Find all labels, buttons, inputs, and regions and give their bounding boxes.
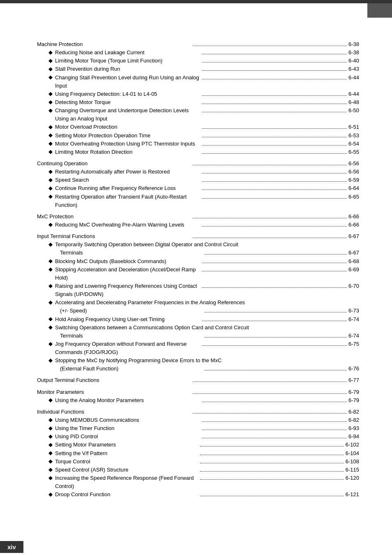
toc-item: Stall Prevention during Run 6-43 <box>37 65 359 73</box>
dots <box>202 62 347 62</box>
toc-item: Using Frequency Detection: L4-01 to L4-0… <box>37 90 359 98</box>
toc-item: Continue Running after Frequency Referen… <box>37 184 359 192</box>
dots <box>202 70 347 71</box>
page-ref: 6-67 <box>348 249 359 257</box>
page-ref: 6-104 <box>346 449 359 458</box>
dots <box>202 112 347 112</box>
dots <box>204 254 347 254</box>
toc-item-multiline-switch: Switching Operations between a Communica… <box>37 324 359 332</box>
toc-item-continuation-switch: Terminals 6-74 <box>37 332 359 340</box>
dots <box>202 153 347 154</box>
toc-item: Reducing MxC Overheating Pre-Alarm Warni… <box>37 221 359 229</box>
heading-input-terminal: Input Terminal Functions 6-67 <box>37 232 359 240</box>
page-ref: 6-121 <box>346 490 359 499</box>
heading-text: Machine Protection <box>37 40 191 49</box>
page-ref: 6-93 <box>348 424 359 432</box>
page-ref: 6-50 <box>348 106 359 115</box>
top-right-decoration <box>367 3 392 18</box>
heading-mxc-protection: MxC Protection 6-66 <box>37 213 359 221</box>
item-text: Blocking MxC Outputs (Baseblock Commands… <box>55 257 200 266</box>
bullet-icon <box>48 435 53 439</box>
item-text: Setting Motor Parameters <box>55 441 198 449</box>
toc-item: Limiting Motor Rotation Direction 6-55 <box>37 148 359 156</box>
dots <box>202 402 347 402</box>
page-ref: 6-66 <box>348 221 359 229</box>
bullet-icon <box>48 109 53 113</box>
bullet-icon <box>48 493 53 497</box>
bullet-icon <box>48 92 53 96</box>
dots <box>202 345 347 346</box>
page-ref: 6-59 <box>348 176 359 184</box>
item-text: Speed Search <box>55 176 200 184</box>
dots <box>202 54 347 54</box>
dots <box>202 287 347 288</box>
page-number: xiv <box>0 541 23 553</box>
item-text: Switching Operations between a Communica… <box>55 324 359 332</box>
toc-item: Restarting Operation after Transient Fau… <box>37 193 359 209</box>
item-text: Increasing the Speed Reference Response … <box>55 474 198 490</box>
dots <box>202 430 347 430</box>
dots <box>202 95 347 96</box>
heading-monitor-parameters: Monitor Parameters 6-79 <box>37 388 359 396</box>
toc-item-continuation: Terminals 6-67 <box>37 249 359 257</box>
dots <box>202 421 347 422</box>
item-text: Restarting Operation after Transient Fau… <box>55 193 200 209</box>
toc-item: Increasing the Speed Reference Response … <box>37 474 359 490</box>
toc-item-continuation-stop: (External Fault Function) 6-76 <box>37 365 359 373</box>
item-text: Stall Prevention during Run <box>55 65 200 73</box>
bottom-bar: xiv <box>0 539 392 555</box>
toc-item: Droop Control Function 6-121 <box>37 490 359 499</box>
toc-item: Blocking MxC Outputs (Baseblock Commands… <box>37 257 359 266</box>
dots <box>193 413 347 414</box>
heading-text: MxC Protection <box>37 213 191 221</box>
bullet-icon <box>48 243 53 247</box>
toc-item: Torque Control 6-108 <box>37 458 359 466</box>
dots <box>202 263 347 263</box>
page-ref: 6-76 <box>348 365 359 373</box>
page-ref: 6-64 <box>348 184 359 192</box>
bullet-icon <box>48 76 53 80</box>
dots <box>204 312 347 312</box>
item-text: Using MEMOBUS Communications <box>55 416 200 424</box>
dots <box>193 165 347 165</box>
item-text: Using Frequency Detection: L4-01 to L4-0… <box>55 90 200 98</box>
item-text-cont: (+/- Speed) <box>60 307 203 315</box>
bullet-icon <box>48 443 53 447</box>
bullet-icon <box>48 100 53 104</box>
heading-text: Individual Functions <box>37 408 191 416</box>
dots <box>202 145 347 146</box>
page-ref: 6-56 <box>348 168 359 176</box>
page-ref: 6-67 <box>348 232 359 240</box>
toc-item-multiline-stop: Stopping the MxC by Notifying Programmin… <box>37 356 359 365</box>
top-bar <box>0 0 392 3</box>
dots <box>193 46 347 46</box>
heading-text: Input Terminal Functions <box>37 232 191 240</box>
bullet-icon <box>48 134 53 138</box>
bullet-icon <box>48 284 53 288</box>
page-ref: 6-66 <box>348 213 359 221</box>
page-ref: 6-65 <box>348 193 359 201</box>
bullet-icon <box>48 59 53 63</box>
heading-text: Output Terminal Functions <box>37 376 191 384</box>
page-ref: 6-79 <box>348 396 359 405</box>
item-text: Continue Running after Frequency Referen… <box>55 184 200 192</box>
bullet-icon <box>48 342 53 346</box>
bullet-icon <box>48 468 53 472</box>
item-text: Jog Frequency Operation without Forward … <box>55 340 200 356</box>
item-text: Motor Overheating Protection Using PTC T… <box>55 140 200 148</box>
heading-machine-protection: Machine Protection 6-38 <box>37 40 359 49</box>
dots <box>202 190 347 190</box>
toc-item: Changing Stall Prevention Level during R… <box>37 74 359 90</box>
toc-item-multiline-accel: Accelerating and Decelerating Parameter … <box>37 298 359 307</box>
page-ref: 6-102 <box>346 441 359 449</box>
dots <box>202 271 347 271</box>
bullet-icon <box>48 178 53 182</box>
dots <box>202 181 347 182</box>
toc-item: Speed Control (ASR) Structure 6-115 <box>37 466 359 474</box>
toc-item: Setting the V/f Pattern 6-104 <box>37 449 359 458</box>
dots <box>202 438 347 438</box>
item-text: Limiting Motor Rotation Direction <box>55 148 200 156</box>
bullet-icon <box>48 398 53 402</box>
toc-item: Motor Overload Protection 6-51 <box>37 123 359 131</box>
page-ref: 6-53 <box>348 132 359 140</box>
